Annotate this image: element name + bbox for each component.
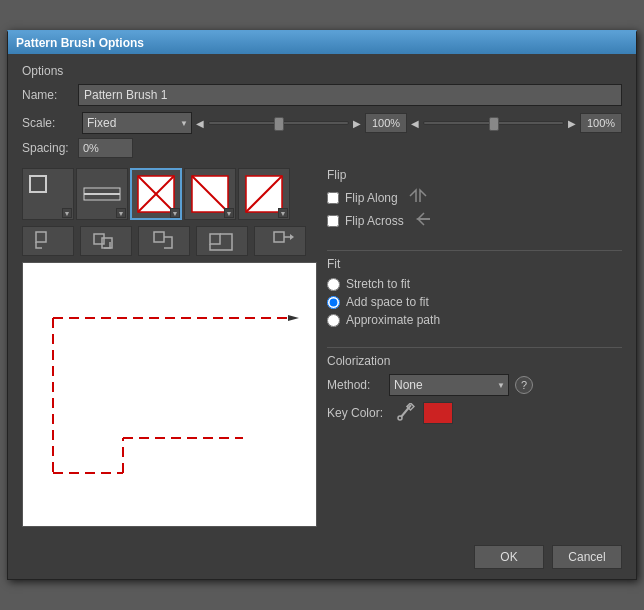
action-btn-1[interactable] <box>22 226 74 256</box>
add-space-to-fit-radio[interactable] <box>327 296 340 309</box>
name-label: Name: <box>22 88 72 102</box>
spacing-label: Spacing: <box>22 141 72 155</box>
preview-box <box>22 262 317 527</box>
approximate-path-label: Approximate path <box>346 313 440 327</box>
scale-dropdown[interactable]: Fixed Pressure <box>82 112 192 134</box>
stretch-to-fit-label: Stretch to fit <box>346 277 410 291</box>
svg-rect-10 <box>36 232 46 242</box>
method-label: Method: <box>327 378 377 392</box>
action-btn-5[interactable] <box>254 226 306 256</box>
scale-right-arrow-2[interactable]: ▶ <box>568 118 576 129</box>
scale-pct1-input[interactable] <box>365 113 407 133</box>
svg-line-24 <box>401 405 411 417</box>
dialog-title: Pattern Brush Options <box>8 32 636 54</box>
svg-marker-19 <box>288 315 299 321</box>
colorization-section-title: Colorization <box>327 354 622 368</box>
options-section-label: Options <box>22 64 622 78</box>
flip-across-label: Flip Across <box>345 214 404 228</box>
action-btn-4[interactable] <box>196 226 248 256</box>
flip-along-checkbox[interactable] <box>327 192 339 204</box>
name-input[interactable] <box>78 84 622 106</box>
divider-2 <box>327 347 622 348</box>
scale-left-arrow[interactable]: ◀ <box>196 118 204 129</box>
ok-button[interactable]: OK <box>474 545 544 569</box>
key-color-swatch[interactable] <box>423 402 453 424</box>
colorization-hint-icon[interactable]: ? <box>515 376 533 394</box>
cancel-button[interactable]: Cancel <box>552 545 622 569</box>
scale-left-arrow-2[interactable]: ◀ <box>411 118 419 129</box>
action-btn-3[interactable] <box>138 226 190 256</box>
scale-label: Scale: <box>22 116 72 130</box>
eyedropper-icon[interactable] <box>397 403 415 424</box>
spacing-input[interactable] <box>78 138 133 158</box>
flip-across-checkbox[interactable] <box>327 215 339 227</box>
stretch-to-fit-radio[interactable] <box>327 278 340 291</box>
svg-rect-0 <box>30 176 46 192</box>
tile-end-dropdown[interactable]: ▼ <box>278 208 288 218</box>
svg-point-25 <box>398 416 402 420</box>
key-color-label: Key Color: <box>327 406 383 420</box>
svg-rect-14 <box>210 234 220 244</box>
pattern-brush-options-dialog: Pattern Brush Options Options Name: Scal… <box>7 30 637 580</box>
flip-across-icon <box>414 211 434 230</box>
method-dropdown[interactable]: None Tints Tints and Shades Hue Shift <box>389 374 509 396</box>
flip-along-label: Flip Along <box>345 191 398 205</box>
tile-outer-corner-dropdown[interactable]: ▼ <box>116 208 126 218</box>
flip-section-title: Flip <box>327 168 622 182</box>
approximate-path-radio[interactable] <box>327 314 340 327</box>
fit-section-title: Fit <box>327 257 622 271</box>
svg-rect-15 <box>274 232 284 242</box>
action-btn-2[interactable] <box>80 226 132 256</box>
flip-along-icon <box>408 188 428 207</box>
scale-slider-2[interactable] <box>423 121 564 125</box>
divider-1 <box>327 250 622 251</box>
scale-slider-1[interactable] <box>208 121 349 125</box>
svg-rect-13 <box>154 232 164 242</box>
add-space-to-fit-label: Add space to fit <box>346 295 429 309</box>
tile-side-dropdown[interactable]: ▼ <box>62 208 72 218</box>
tile-inner-corner-dropdown[interactable]: ▼ <box>170 208 180 218</box>
scale-right-arrow[interactable]: ▶ <box>353 118 361 129</box>
svg-marker-16 <box>290 234 294 240</box>
scale-pct2-input[interactable] <box>580 113 622 133</box>
tile-start-dropdown[interactable]: ▼ <box>224 208 234 218</box>
